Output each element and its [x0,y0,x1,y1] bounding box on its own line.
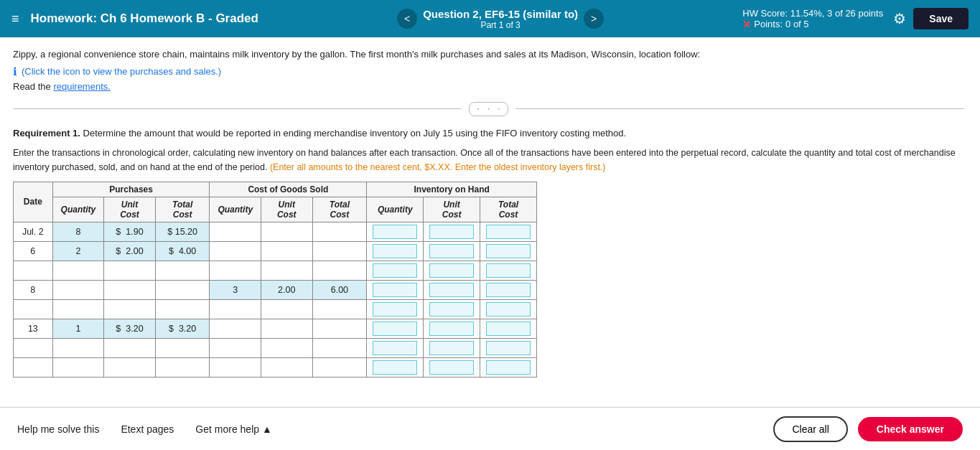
cell-cogs-total [312,261,367,280]
cell-cogs-unit [261,357,313,377]
prev-question-button[interactable]: < [397,9,417,29]
table-row [14,261,537,280]
requirement-title: Requirement 1. Determine the amount that… [13,126,964,141]
cell-purch-total [155,280,210,299]
cell-purch-total [155,299,210,319]
inv-unit-input[interactable] [429,244,474,258]
inv-qty-input[interactable] [373,322,417,336]
cell-purch-total [155,261,210,280]
inv-unit-input[interactable] [429,302,474,317]
col-header-date: Date [14,182,53,222]
inv-qty-input[interactable] [373,263,417,278]
cell-purch-unit: $ 1.90 [104,222,156,241]
table-row: Jul. 2 8 $ 1.90 $ 15.20 [14,222,537,241]
inv-qty-input[interactable] [373,244,417,258]
cell-purch-unit [104,357,156,377]
col-cogs-unit: UnitCost [261,197,313,222]
inv-unit-input[interactable] [429,263,474,278]
col-purchases-qty: Quantity [52,197,104,222]
hw-score-row: HW Score: 11.54%, 3 of 26 points [742,8,886,19]
requirement-bold: Requirement 1. [13,128,80,139]
inv-total-input[interactable] [486,341,531,355]
settings-button[interactable]: ⚙ [893,10,906,27]
cell-cogs-qty [210,299,261,319]
inv-total-input[interactable] [486,225,531,239]
table-section-header: Date Purchases Cost of Goods Sold Invent… [14,182,537,197]
cell-cogs-unit [261,241,313,261]
inv-unit-input[interactable] [429,322,474,336]
cell-cogs-unit [261,222,313,241]
page-title: Homework: Ch 6 Homework B - Graded [31,11,258,26]
col-header-purchases: Purchases [52,182,210,197]
inv-qty-input[interactable] [373,225,417,239]
cell-inv-qty [367,299,424,319]
inv-qty-input[interactable] [373,283,417,297]
next-question-button[interactable]: > [584,9,604,29]
cell-cogs-unit [261,338,313,357]
col-inv-total: TotalCost [480,197,537,222]
cell-cogs-unit [261,319,313,338]
inv-total-input[interactable] [486,360,531,375]
cell-inv-unit [424,241,480,261]
inv-unit-input[interactable] [429,360,474,375]
question-title: Question 2, EF6-15 (similar to) [423,8,578,20]
question-nav: < Question 2, EF6-15 (similar to) Part 1… [266,8,735,30]
requirement-rest: Determine the amount that would be repor… [83,128,627,139]
intro-text: Zippy, a regional convenience store chai… [13,47,964,62]
info-icon[interactable]: ℹ [13,65,17,78]
cell-cogs-total [312,357,367,377]
cell-purch-unit [104,280,156,299]
cell-purch-unit [104,299,156,319]
cell-inv-qty [367,338,424,357]
cell-inv-total [480,319,537,338]
read-label: Read the [13,81,51,92]
cell-cogs-unit [261,261,313,280]
cell-purch-unit: $ 2.00 [104,241,156,261]
cell-cogs-unit: 2.00 [261,280,313,299]
header: ≡ Homework: Ch 6 Homework B - Graded < Q… [0,0,980,37]
inv-unit-input[interactable] [429,283,474,297]
inv-total-input[interactable] [486,322,531,336]
inv-qty-input[interactable] [373,360,417,375]
divider-right [515,108,964,109]
requirements-link[interactable]: requirements. [53,81,110,92]
col-header-cogs: Cost of Goods Sold [210,182,367,197]
cell-inv-total [480,280,537,299]
cell-date [14,261,53,280]
points-value: 0 of 5 [785,19,809,29]
click-icon-label[interactable]: (Click the icon to view the purchases an… [22,66,221,77]
cell-inv-total [480,299,537,319]
inv-unit-input[interactable] [429,341,474,355]
cell-cogs-qty: 3 [210,280,261,299]
inv-total-input[interactable] [486,263,531,278]
cell-inv-total [480,357,537,377]
cell-purch-qty [52,338,104,357]
inv-total-input[interactable] [486,283,531,297]
cell-cogs-unit [261,299,313,319]
inv-unit-input[interactable] [429,225,474,239]
cell-inv-total [480,241,537,261]
main-scroll-area: Zippy, a regional convenience store chai… [0,37,980,407]
cell-inv-qty [367,280,424,299]
inv-qty-input[interactable] [373,302,417,317]
cell-inv-unit [424,338,480,357]
inventory-table: Date Purchases Cost of Goods Sold Invent… [13,182,537,378]
cell-cogs-qty [210,319,261,338]
req-desc2: (Enter all amounts to the nearest cent, … [270,162,606,172]
col-purchases-total: TotalCost [155,197,210,222]
inventory-table-wrap: Date Purchases Cost of Goods Sold Invent… [13,182,964,378]
points-label: Points: [754,19,783,29]
inv-qty-input[interactable] [373,341,417,355]
cell-purch-qty [52,357,104,377]
inv-total-input[interactable] [486,302,531,317]
cell-cogs-qty [210,241,261,261]
cell-cogs-total [312,338,367,357]
points-row: ✕ Points: 0 of 5 [742,19,886,30]
save-button[interactable]: Save [913,8,969,29]
cell-date: 13 [14,319,53,338]
cell-purch-qty: 2 [52,241,104,261]
read-requirements: Read the requirements. [13,81,964,92]
menu-icon[interactable]: ≡ [11,11,19,27]
cell-purch-qty [52,261,104,280]
inv-total-input[interactable] [486,244,531,258]
